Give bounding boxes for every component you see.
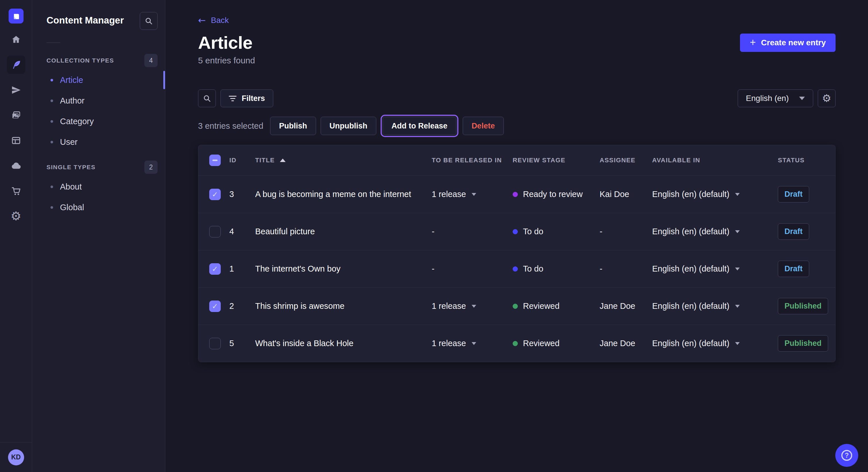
cell-to-be-released-in[interactable]: 1 release xyxy=(432,190,513,199)
cell-to-be-released-in[interactable]: - xyxy=(432,227,513,236)
sidebar-item-about[interactable]: About xyxy=(46,176,158,197)
sidebar-item-label: Category xyxy=(60,117,94,126)
release-count: 1 release xyxy=(432,190,466,199)
shopping-cart-icon xyxy=(11,186,21,196)
review-stage-dot xyxy=(513,304,518,309)
cell-available-in[interactable]: English (en) (default) xyxy=(652,227,778,236)
help-button[interactable]: ? xyxy=(835,444,858,467)
cell-available-in[interactable]: English (en) (default) xyxy=(652,339,778,348)
delete-button[interactable]: Delete xyxy=(463,117,504,135)
available-in-caret-icon xyxy=(735,193,740,196)
cell-review-stage: To do xyxy=(513,264,600,274)
cell-review-stage: To do xyxy=(513,227,600,236)
review-stage-dot xyxy=(513,192,518,197)
table-row[interactable]: ✓ 2 This shrimp is awesome 1 release Rev… xyxy=(198,287,835,325)
column-header-assignee: ASSIGNEE xyxy=(600,157,652,164)
settings-nav-button[interactable]: ⚙ xyxy=(7,207,25,225)
row-checkbox[interactable] xyxy=(209,338,221,349)
review-stage-dot xyxy=(513,229,518,234)
column-header-to-be-released-in: TO BE RELEASED IN xyxy=(432,157,513,164)
review-stage-label: To do xyxy=(523,264,544,274)
layout-icon xyxy=(11,136,21,145)
sidebar-item-author[interactable]: Author xyxy=(46,90,158,111)
row-checkbox[interactable] xyxy=(209,226,221,237)
cell-id: 1 xyxy=(229,264,255,274)
filters-button[interactable]: Filters xyxy=(220,90,273,107)
cell-title: What's inside a Black Hole xyxy=(255,339,432,348)
column-header-title-label: TITLE xyxy=(255,157,275,164)
locale-select[interactable]: English (en) xyxy=(738,90,813,107)
page-title: Article xyxy=(198,32,252,53)
content-manager-sidebar: Content Manager COLLECTION TYPES 4 Artic… xyxy=(32,0,165,472)
column-header-title[interactable]: TITLE xyxy=(255,157,432,164)
available-in-label: English (en) (default) xyxy=(652,190,730,199)
unpublish-button[interactable]: Unpublish xyxy=(321,117,376,135)
home-nav-button[interactable] xyxy=(7,30,25,49)
releases-nav-button[interactable] xyxy=(7,81,25,99)
view-settings-button[interactable]: ⚙ xyxy=(818,90,836,107)
cell-review-stage: Reviewed xyxy=(513,301,600,311)
sidebar-item-global[interactable]: Global xyxy=(46,197,158,217)
publish-button[interactable]: Publish xyxy=(270,117,316,135)
table-row[interactable]: 5 What's inside a Black Hole 1 release R… xyxy=(198,325,835,362)
gear-icon: ⚙ xyxy=(822,93,831,103)
status-badge: Published xyxy=(778,298,828,314)
bullet-icon xyxy=(51,206,53,209)
create-new-entry-button[interactable]: + Create new entry xyxy=(740,34,836,52)
cell-id: 4 xyxy=(229,227,255,236)
row-checkbox[interactable]: ✓ xyxy=(209,301,221,312)
toolbar: Filters English (en) ⚙ xyxy=(198,90,836,107)
status-badge: Draft xyxy=(778,186,809,202)
user-avatar[interactable]: KD xyxy=(8,449,24,465)
review-stage-label: Reviewed xyxy=(523,339,559,348)
search-icon xyxy=(203,94,211,102)
sidebar-item-user[interactable]: User xyxy=(46,132,158,152)
release-count: 1 release xyxy=(432,301,466,311)
cell-id: 3 xyxy=(229,190,255,199)
table-header-row: ID TITLE TO BE RELEASED IN REVIEW STAGE … xyxy=(198,145,835,175)
cell-available-in[interactable]: English (en) (default) xyxy=(652,264,778,274)
review-stage-label: To do xyxy=(523,227,544,236)
cell-review-stage: Ready to review xyxy=(513,190,600,199)
cell-to-be-released-in[interactable]: 1 release xyxy=(432,339,513,348)
back-link[interactable]: ← Back xyxy=(198,16,229,25)
paper-plane-icon xyxy=(11,85,21,95)
cell-to-be-released-in[interactable]: 1 release xyxy=(432,301,513,311)
column-header-id[interactable]: ID xyxy=(229,157,255,164)
bulk-action-buttons: PublishUnpublishAdd to ReleaseDelete xyxy=(270,117,504,135)
review-stage-label: Reviewed xyxy=(523,301,559,311)
review-stage-label: Ready to review xyxy=(523,190,583,199)
release-caret-icon xyxy=(472,193,476,196)
cloud-icon xyxy=(11,161,21,171)
sidebar-item-category[interactable]: Category xyxy=(46,111,158,132)
content-type-builder-nav-button[interactable] xyxy=(7,131,25,150)
cell-id: 5 xyxy=(229,339,255,348)
marketplace-nav-button[interactable] xyxy=(7,182,25,200)
cell-to-be-released-in[interactable]: - xyxy=(432,264,513,274)
strapi-logo[interactable] xyxy=(9,9,24,24)
content-manager-nav-button[interactable] xyxy=(7,56,25,74)
bullet-icon xyxy=(51,141,53,143)
cell-assignee: - xyxy=(600,227,652,236)
media-library-nav-button[interactable] xyxy=(7,106,25,125)
sidebar-search-button[interactable] xyxy=(140,12,158,30)
cell-available-in[interactable]: English (en) (default) xyxy=(652,301,778,311)
cell-available-in[interactable]: English (en) (default) xyxy=(652,190,778,199)
bullet-icon xyxy=(51,120,53,123)
release-count: 1 release xyxy=(432,339,466,348)
row-checkbox[interactable]: ✓ xyxy=(209,263,221,275)
sidebar-section: SINGLE TYPES 2 About Global xyxy=(32,158,165,217)
table-row[interactable]: 4 Beautiful picture - To do - English (e… xyxy=(198,213,835,250)
sidebar-section-label: SINGLE TYPES xyxy=(46,164,96,171)
table-row[interactable]: ✓ 3 A bug is becoming a meme on the inte… xyxy=(198,175,835,213)
add-to-release-button[interactable]: Add to Release xyxy=(383,117,456,135)
sidebar-item-article[interactable]: Article xyxy=(46,70,158,90)
deploy-nav-button[interactable] xyxy=(7,157,25,175)
sidebar-divider xyxy=(46,42,60,43)
table-search-button[interactable] xyxy=(198,90,216,107)
select-all-checkbox[interactable] xyxy=(209,155,221,166)
row-checkbox[interactable]: ✓ xyxy=(209,189,221,200)
table-row[interactable]: ✓ 1 The internet's Own boy - To do - Eng… xyxy=(198,250,835,287)
cell-title: Beautiful picture xyxy=(255,227,432,236)
available-in-label: English (en) (default) xyxy=(652,339,730,348)
